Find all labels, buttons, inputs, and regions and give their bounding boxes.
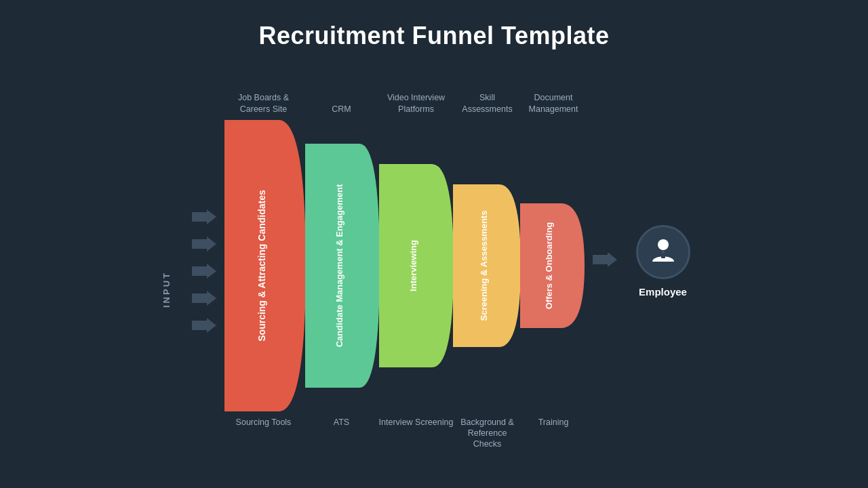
svg-text:Interviewing: Interviewing <box>408 240 418 291</box>
svg-text:Offers & Onboarding: Offers & Onboarding <box>544 222 554 310</box>
employee-section: Employee <box>636 225 690 298</box>
arrow-icon-5 <box>192 318 216 333</box>
label-top-interviewing: Video InterviewPlatforms <box>379 92 454 115</box>
svg-marker-11 <box>593 252 617 267</box>
funnel-stage-sourcing: Sourcing & Attracting Candidates <box>224 120 306 411</box>
funnel-stage-screening: Screening & Assessments <box>453 120 521 411</box>
input-label: INPUT <box>161 271 171 308</box>
employee-icon <box>648 236 678 268</box>
funnel-stage-interviewing: Interviewing <box>379 120 454 411</box>
funnel-stage-offers: Offers & Onboarding <box>520 120 585 411</box>
funnel-stage-crm: Candidate Management & Engagement <box>305 120 380 411</box>
bottom-labels: Sourcing Tools ATS Interview Screening B… <box>223 417 586 450</box>
svg-marker-3 <box>192 291 216 306</box>
arrow-icon-4 <box>192 291 216 306</box>
svg-marker-0 <box>192 209 216 224</box>
svg-marker-4 <box>192 318 216 333</box>
label-top-screening: Skill Assessments <box>454 92 521 115</box>
connector-arrow <box>593 252 617 270</box>
input-arrows <box>192 209 216 333</box>
employee-avatar <box>636 225 690 279</box>
input-section: INPUT <box>178 209 216 333</box>
svg-text:Candidate Management & Engagem: Candidate Management & Engagement <box>334 184 344 347</box>
page-title: Recruitment Funnel Template <box>0 0 868 50</box>
label-bottom-sourcing: Sourcing Tools <box>223 417 304 428</box>
label-top-crm: CRM <box>304 104 379 115</box>
label-bottom-interviewing: Interview Screening <box>379 417 454 428</box>
arrow-icon-1 <box>192 209 216 224</box>
funnel-shapes: Sourcing & Attracting Candidates Candida… <box>224 120 585 411</box>
label-bottom-offers: Training <box>521 417 586 428</box>
label-bottom-screening: Background &Reference Checks <box>454 417 521 450</box>
label-top-sourcing: Job Boards &Careers Site <box>223 92 304 115</box>
arrow-icon-2 <box>192 237 216 251</box>
svg-marker-2 <box>192 264 216 279</box>
label-top-offers: DocumentManagement <box>521 92 586 115</box>
arrow-icon-3 <box>192 264 216 279</box>
svg-text:Sourcing & Attracting Candidat: Sourcing & Attracting Candidates <box>256 190 267 342</box>
svg-text:Screening & Assessments: Screening & Assessments <box>479 210 489 321</box>
employee-label: Employee <box>639 286 687 298</box>
svg-point-12 <box>658 239 669 250</box>
funnel-wrapper: Job Boards &Careers Site CRM Video Inter… <box>223 92 586 449</box>
svg-marker-1 <box>192 237 216 251</box>
top-labels: Job Boards &Careers Site CRM Video Inter… <box>223 92 586 115</box>
label-bottom-crm: ATS <box>304 417 379 428</box>
